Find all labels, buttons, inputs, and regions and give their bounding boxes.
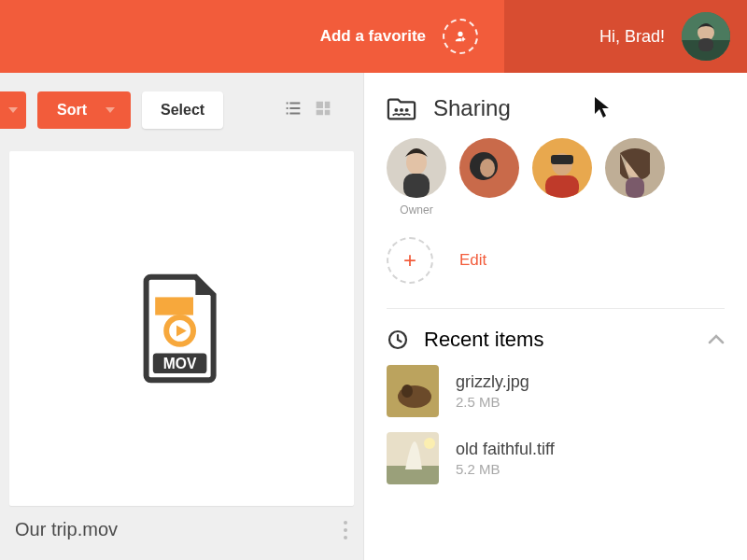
recent-thumbnail <box>387 432 439 484</box>
user-avatar[interactable] <box>682 12 730 61</box>
share-avatar[interactable] <box>459 138 519 198</box>
sharing-edit-row: + Edit <box>387 237 725 284</box>
svg-rect-16 <box>403 174 430 198</box>
sharing-folder-icon <box>387 95 416 121</box>
file-card[interactable]: MOV <box>9 151 354 506</box>
more-vertical-icon <box>343 520 348 540</box>
header-user-area: Hi, Brad! <box>504 0 747 73</box>
select-label: Select <box>161 102 204 119</box>
svg-point-33 <box>424 438 435 449</box>
share-avatar[interactable] <box>605 138 665 198</box>
svg-point-30 <box>402 385 413 398</box>
svg-point-8 <box>344 521 347 525</box>
recent-item-size: 5.2 MB <box>456 461 555 477</box>
sort-label: Sort <box>57 102 87 119</box>
mov-file-icon: MOV <box>135 273 229 385</box>
recent-item-name: grizzly.jpg <box>456 372 529 392</box>
add-share-button[interactable]: + <box>387 237 433 284</box>
sharing-header: Sharing <box>387 95 725 121</box>
list-view-icon[interactable] <box>283 98 303 122</box>
svg-point-19 <box>480 159 495 177</box>
add-favorite-button[interactable] <box>443 19 478 54</box>
collapse-recent-button[interactable] <box>708 331 725 348</box>
svg-point-13 <box>405 108 409 112</box>
share-avatar[interactable] <box>532 138 592 198</box>
details-panel: Sharing Owner + Edit <box>364 73 747 560</box>
dropdown-stub[interactable] <box>0 91 26 129</box>
greeting-text: Hi, Brad! <box>599 27 665 47</box>
recent-thumbnail <box>387 365 439 417</box>
plus-icon: + <box>403 247 416 273</box>
add-favorite-label[interactable]: Add a favorite <box>320 27 426 46</box>
edit-sharing-link[interactable]: Edit <box>459 251 486 270</box>
file-grid: MOV Our trip.mov <box>0 151 363 560</box>
avatar-image <box>682 12 730 61</box>
select-button[interactable]: Select <box>142 91 223 129</box>
chevron-down-icon <box>106 107 115 113</box>
svg-text:MOV: MOV <box>162 356 196 371</box>
svg-rect-22 <box>551 155 573 164</box>
sharing-title: Sharing <box>433 95 511 121</box>
chevron-up-icon <box>708 333 725 344</box>
sharing-avatars: Owner <box>387 138 725 217</box>
divider <box>387 308 725 309</box>
chevron-down-icon <box>8 107 18 113</box>
recent-item[interactable]: old faithful.tiff 5.2 MB <box>387 432 725 484</box>
recent-item[interactable]: grizzly.jpg 2.5 MB <box>387 365 725 417</box>
recent-header: Recent items <box>387 328 725 352</box>
owner-label: Owner <box>387 203 446 217</box>
svg-point-9 <box>344 528 347 532</box>
files-panel: Sort Select <box>0 73 364 560</box>
recent-item-name: old faithful.tiff <box>456 440 555 459</box>
file-name: Our trip.mov <box>15 519 118 540</box>
grid-view-icon[interactable] <box>313 98 333 122</box>
svg-point-10 <box>344 536 347 539</box>
svg-rect-26 <box>626 177 644 198</box>
svg-rect-23 <box>545 175 579 198</box>
recent-title: Recent items <box>424 328 693 352</box>
share-avatar-owner[interactable] <box>387 138 446 198</box>
recent-list: grizzly.jpg 2.5 MB old faithful.tiff 5.2… <box>387 365 725 484</box>
recent-item-size: 2.5 MB <box>456 394 529 410</box>
svg-rect-4 <box>155 297 193 315</box>
app-header: Add a favorite Hi, Brad! <box>0 0 747 73</box>
file-toolbar: Sort Select <box>0 73 363 151</box>
clock-icon <box>387 329 409 351</box>
svg-point-12 <box>400 108 403 112</box>
svg-point-11 <box>394 108 398 112</box>
header-favorite-area: Add a favorite <box>0 0 504 73</box>
sort-button[interactable]: Sort <box>37 91 131 129</box>
file-more-button[interactable] <box>343 520 348 540</box>
svg-rect-3 <box>698 38 713 51</box>
add-person-icon <box>452 28 469 45</box>
file-name-row: Our trip.mov <box>9 506 354 540</box>
view-toggle <box>283 98 350 122</box>
